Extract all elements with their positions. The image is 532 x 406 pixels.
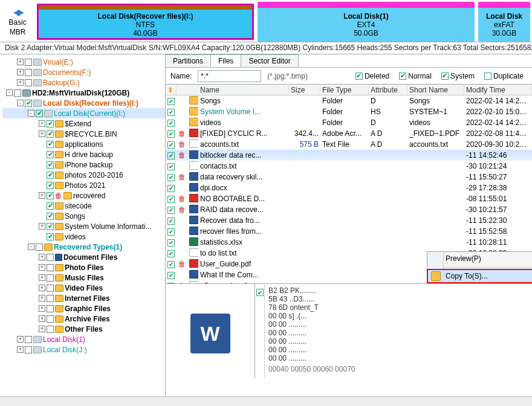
column-header[interactable]: ⬆ (166, 86, 177, 94)
tree-node[interactable]: +✔🗑recovered (2, 190, 165, 201)
tree-node[interactable]: ✔applications (2, 139, 165, 149)
expand-icon[interactable]: - (17, 100, 24, 106)
checkbox-icon[interactable]: ✔ (167, 120, 175, 127)
checkbox-icon[interactable]: ✔ (167, 109, 175, 116)
tree-node[interactable]: +Archive Files (2, 314, 165, 324)
checkbox-icon[interactable]: ✔ (167, 98, 175, 105)
column-header[interactable]: Attribute (369, 86, 407, 94)
checkbox-icon[interactable] (25, 59, 32, 66)
up-icon[interactable]: ⬆ (167, 86, 174, 94)
checkbox-icon[interactable]: ✔ (167, 218, 175, 225)
checkbox-icon[interactable]: ✔ (47, 130, 54, 138)
checkbox-icon[interactable] (36, 243, 43, 251)
expand-icon[interactable]: + (39, 295, 45, 301)
tree-node[interactable]: ✔sitecode (2, 201, 165, 211)
checkbox-icon[interactable] (47, 254, 54, 261)
tree-node[interactable]: -Recovered Types(1) (2, 242, 165, 252)
expand-icon[interactable]: + (39, 254, 45, 260)
disk-partition[interactable]: Local Disk exFAT 30.0GB (478, 2, 530, 42)
checkbox-icon[interactable]: ✔ (47, 192, 54, 199)
menu-item[interactable]: Copy To(S)... (427, 269, 532, 283)
tree-node[interactable]: +✔$RECYCLE.BIN (2, 129, 165, 139)
checkbox-icon[interactable]: ✔ (36, 110, 43, 117)
expand-icon[interactable]: - (28, 110, 34, 117)
checkbox-icon[interactable]: ✔ (167, 141, 175, 149)
checkbox-icon[interactable]: ✔ (167, 152, 175, 160)
tree-node[interactable]: -✔Local Disk(Current)(I:) (2, 108, 165, 118)
checkbox-icon[interactable]: ✔ (47, 233, 54, 240)
tree-node[interactable]: +Local Disk(J:) (2, 344, 165, 355)
tree-node[interactable]: +Video Files (2, 283, 165, 293)
file-row[interactable]: ✔ System Volume I... Folder HS SYSTEM~1 … (166, 106, 532, 117)
context-menu[interactable]: Preview(P)Copy To(S)...Copy To "Desktop"… (427, 251, 532, 284)
expand-icon[interactable]: + (39, 326, 45, 332)
checkbox-icon[interactable]: ✔ (47, 161, 54, 169)
checkbox-icon[interactable]: ✔ (167, 283, 175, 285)
file-list[interactable]: ⬆NameSizeFile TypeAttributeShort NameMod… (166, 85, 532, 284)
checkbox-icon[interactable]: ✔ (47, 223, 54, 230)
hex-check-icon[interactable]: ✔ (255, 284, 265, 378)
file-row[interactable]: ✔ Recover data fro... -11 15:22:30 (166, 215, 532, 226)
tree-node[interactable]: ✔videos (2, 231, 165, 242)
hex-view[interactable]: B2 B2 PK........5B 43 ..D3......78 6D on… (265, 284, 532, 378)
expand-icon[interactable]: + (17, 336, 24, 343)
expand-icon[interactable]: + (17, 79, 24, 86)
checkbox-icon[interactable]: ✔ (47, 213, 54, 220)
tab-partitions[interactable]: Partitions (165, 54, 211, 67)
checkbox-icon[interactable]: ✔ (47, 141, 54, 148)
tab-sector-editor[interactable]: Sector Editor (241, 54, 298, 67)
checkbox-icon[interactable] (47, 326, 54, 333)
tree-node[interactable]: +Local Disk(1) (2, 334, 165, 344)
expand-icon[interactable]: - (6, 89, 13, 96)
checkbox-icon[interactable]: ✔ (47, 202, 54, 210)
checkbox-icon[interactable]: ✔ (167, 207, 175, 214)
file-row[interactable]: ✔ videos Folder D videos 2022-02-14 14:2… (166, 117, 532, 128)
tree-node[interactable]: -HD2:MsftVirtualDisk(120GB) (2, 88, 165, 98)
horizontal-scrollbar[interactable] (0, 396, 532, 406)
tree-node[interactable]: +Music Files (2, 272, 165, 283)
file-row[interactable]: ✔ dpi.docx -29 17:28:38 (166, 182, 532, 193)
file-row[interactable]: ✔ 🗑 bitlocker data rec... -11 14:52:46 (166, 150, 532, 161)
checkbox-icon[interactable]: ✔ (167, 174, 175, 181)
checkbox-icon[interactable] (47, 285, 54, 292)
right-tabs[interactable]: PartitionsFilesSector Editor (166, 54, 532, 68)
expand-icon[interactable]: + (39, 264, 45, 271)
column-header[interactable]: Short Name (407, 86, 464, 94)
checkbox-icon[interactable] (14, 89, 21, 97)
tree-node[interactable]: +Graphic Files (2, 303, 165, 314)
directory-tree[interactable]: +Virual(E:)+Documents(F:)+Backup(G:)-HD2… (0, 54, 166, 396)
menu-item[interactable]: Preview(P) (427, 252, 532, 265)
tree-node[interactable]: ✔Photos 2021 (2, 180, 165, 190)
expand-icon[interactable]: + (39, 274, 45, 281)
filter-deleted[interactable]: ✔Deleted (355, 72, 389, 80)
checkbox-icon[interactable]: ✔ (25, 100, 32, 107)
tree-node[interactable]: +✔System Volume Informati... (2, 221, 165, 231)
expand-icon[interactable]: + (17, 69, 24, 76)
checkbox-icon[interactable] (47, 305, 54, 312)
expand-icon[interactable]: + (39, 285, 45, 291)
checkbox-icon[interactable]: ✔ (167, 163, 175, 170)
checkbox-icon[interactable] (47, 274, 54, 282)
filter-system[interactable]: ✔System (441, 72, 475, 80)
checkbox-icon[interactable]: ✔ (167, 185, 175, 192)
filter-normal[interactable]: ✔Normal (399, 72, 432, 80)
column-header[interactable]: Size (289, 86, 320, 94)
checkbox-icon[interactable]: ✔ (167, 196, 175, 203)
tab-files[interactable]: Files (210, 54, 241, 67)
file-row[interactable]: ✔ 🗑 RAID data recove... -30 10:21:57 (166, 204, 532, 215)
tree-node[interactable]: -✔Local Disk(Recover files)(I:) (2, 98, 165, 108)
tree-node[interactable]: +Photo Files (2, 262, 165, 272)
tree-node[interactable]: +Documents(F:) (2, 67, 165, 77)
tree-node[interactable]: +Document Files (2, 252, 165, 262)
column-header[interactable]: Modify Time (464, 86, 532, 94)
tree-node[interactable]: +✔$Extend (2, 118, 165, 129)
expand-icon[interactable]: + (39, 305, 45, 312)
checkbox-icon[interactable] (47, 315, 54, 323)
filter-duplicate[interactable]: Duplicate (484, 72, 524, 80)
file-row[interactable]: ✔ recover files from... -11 15:52:58 (166, 226, 532, 237)
tree-node[interactable]: ✔H drive backup (2, 149, 165, 160)
checkbox-icon[interactable] (25, 346, 32, 353)
file-row[interactable]: ✔ 🗑 accounts.txt 575 B Text File A D acc… (166, 139, 532, 150)
disk-partition[interactable]: Local Disk(Recover files)(I:) NTFS 40.0G… (37, 4, 254, 40)
tree-node[interactable]: ✔photos 2020-2016 (2, 170, 165, 180)
